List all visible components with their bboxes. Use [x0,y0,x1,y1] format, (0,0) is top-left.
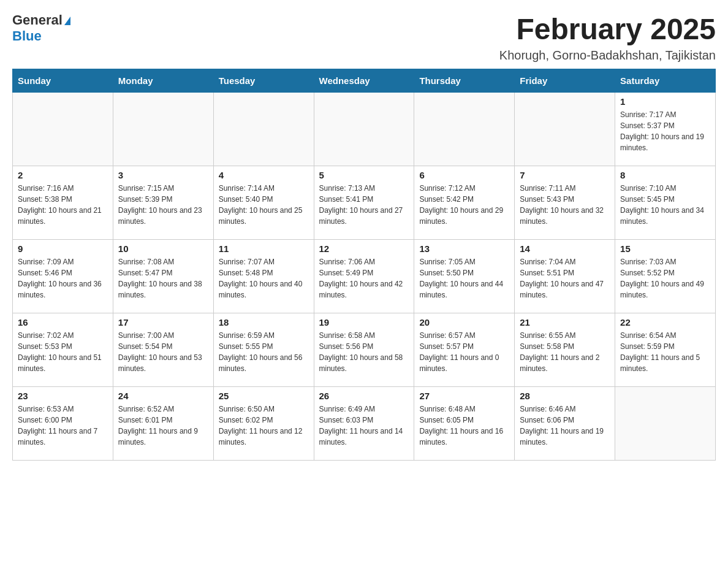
day-number: 24 [118,391,208,401]
table-row: 6Sunrise: 7:12 AMSunset: 5:42 PMDaylight… [414,166,515,240]
col-friday: Friday [515,69,615,93]
table-row: 10Sunrise: 7:08 AMSunset: 5:47 PMDayligh… [113,240,213,313]
day-number: 4 [219,170,309,180]
table-row: 5Sunrise: 7:13 AMSunset: 5:41 PMDaylight… [314,166,414,240]
calendar-week-row: 2Sunrise: 7:16 AMSunset: 5:38 PMDaylight… [13,166,716,240]
col-wednesday: Wednesday [314,69,414,93]
table-row: 26Sunrise: 6:49 AMSunset: 6:03 PMDayligh… [314,387,414,461]
day-number: 27 [419,391,509,401]
day-number: 8 [620,170,710,180]
day-number: 9 [18,243,108,254]
day-info: Sunrise: 7:06 AMSunset: 5:49 PMDaylight:… [319,256,409,301]
table-row: 8Sunrise: 7:10 AMSunset: 5:45 PMDaylight… [615,166,716,240]
table-row [414,93,515,166]
day-info: Sunrise: 7:00 AMSunset: 5:54 PMDaylight:… [118,330,208,374]
day-number: 10 [118,243,208,254]
day-number: 1 [620,96,710,107]
day-number: 20 [419,317,509,327]
table-row: 15Sunrise: 7:03 AMSunset: 5:52 PMDayligh… [615,240,716,313]
day-number: 21 [520,317,610,327]
day-info: Sunrise: 6:49 AMSunset: 6:03 PMDaylight:… [319,404,409,448]
table-row [13,93,113,166]
day-info: Sunrise: 7:05 AMSunset: 5:50 PMDaylight:… [419,256,509,301]
day-number: 12 [319,243,409,254]
table-row: 12Sunrise: 7:06 AMSunset: 5:49 PMDayligh… [314,240,414,313]
table-row: 1Sunrise: 7:17 AMSunset: 5:37 PMDaylight… [615,93,716,166]
day-number: 5 [319,170,409,180]
calendar-subtitle: Khorugh, Gorno-Badakhshan, Tajikistan [499,48,716,63]
table-row: 16Sunrise: 7:02 AMSunset: 5:53 PMDayligh… [13,313,113,387]
table-row: 25Sunrise: 6:50 AMSunset: 6:02 PMDayligh… [213,387,314,461]
table-row: 23Sunrise: 6:53 AMSunset: 6:00 PMDayligh… [13,387,113,461]
table-row [314,93,414,166]
table-row: 18Sunrise: 6:59 AMSunset: 5:55 PMDayligh… [213,313,314,387]
calendar-title: February 2025 [499,12,716,46]
day-number: 6 [419,170,509,180]
day-info: Sunrise: 7:16 AMSunset: 5:38 PMDaylight:… [18,183,108,227]
day-info: Sunrise: 7:13 AMSunset: 5:41 PMDaylight:… [319,183,409,227]
table-row: 9Sunrise: 7:09 AMSunset: 5:46 PMDaylight… [13,240,113,313]
table-row: 7Sunrise: 7:11 AMSunset: 5:43 PMDaylight… [515,166,615,240]
day-number: 19 [319,317,409,327]
logo-top: General [12,12,70,28]
day-info: Sunrise: 6:55 AMSunset: 5:58 PMDaylight:… [520,330,610,374]
logo-general-text: General [12,12,63,28]
table-row: 24Sunrise: 6:52 AMSunset: 6:01 PMDayligh… [113,387,213,461]
table-row: 21Sunrise: 6:55 AMSunset: 5:58 PMDayligh… [515,313,615,387]
day-number: 17 [118,317,208,327]
day-number: 26 [319,391,409,401]
day-info: Sunrise: 6:58 AMSunset: 5:56 PMDaylight:… [319,330,409,374]
day-info: Sunrise: 7:08 AMSunset: 5:47 PMDaylight:… [118,256,208,301]
table-row: 28Sunrise: 6:46 AMSunset: 6:06 PMDayligh… [515,387,615,461]
day-number: 18 [219,317,309,327]
day-number: 14 [520,243,610,254]
page-header: General Blue February 2025 Khorugh, Gorn… [12,12,716,63]
day-info: Sunrise: 6:48 AMSunset: 6:05 PMDaylight:… [419,404,509,448]
day-number: 7 [520,170,610,180]
day-info: Sunrise: 7:03 AMSunset: 5:52 PMDaylight:… [620,256,710,301]
calendar-week-row: 16Sunrise: 7:02 AMSunset: 5:53 PMDayligh… [13,313,716,387]
col-saturday: Saturday [615,69,716,93]
day-info: Sunrise: 6:54 AMSunset: 5:59 PMDaylight:… [620,330,710,374]
table-row: 22Sunrise: 6:54 AMSunset: 5:59 PMDayligh… [615,313,716,387]
title-block: February 2025 Khorugh, Gorno-Badakhshan,… [499,12,716,63]
day-info: Sunrise: 6:46 AMSunset: 6:06 PMDaylight:… [520,404,610,448]
day-number: 22 [620,317,710,327]
day-info: Sunrise: 7:11 AMSunset: 5:43 PMDaylight:… [520,183,610,227]
day-info: Sunrise: 6:52 AMSunset: 6:01 PMDaylight:… [118,404,208,448]
day-number: 25 [219,391,309,401]
day-number: 23 [18,391,108,401]
day-info: Sunrise: 7:17 AMSunset: 5:37 PMDaylight:… [620,109,710,153]
calendar-week-row: 1Sunrise: 7:17 AMSunset: 5:37 PMDaylight… [13,93,716,166]
table-row [515,93,615,166]
day-info: Sunrise: 6:50 AMSunset: 6:02 PMDaylight:… [219,404,309,448]
day-info: Sunrise: 6:59 AMSunset: 5:55 PMDaylight:… [219,330,309,374]
calendar-table: Sunday Monday Tuesday Wednesday Thursday… [12,69,716,461]
table-row [615,387,716,461]
calendar-header-row: Sunday Monday Tuesday Wednesday Thursday… [13,69,716,93]
logo: General Blue [12,12,70,44]
day-info: Sunrise: 7:02 AMSunset: 5:53 PMDaylight:… [18,330,108,374]
day-number: 2 [18,170,108,180]
col-sunday: Sunday [13,69,113,93]
table-row: 20Sunrise: 6:57 AMSunset: 5:57 PMDayligh… [414,313,515,387]
table-row: 17Sunrise: 7:00 AMSunset: 5:54 PMDayligh… [113,313,213,387]
table-row: 11Sunrise: 7:07 AMSunset: 5:48 PMDayligh… [213,240,314,313]
day-info: Sunrise: 6:53 AMSunset: 6:00 PMDaylight:… [18,404,108,448]
day-info: Sunrise: 7:12 AMSunset: 5:42 PMDaylight:… [419,183,509,227]
table-row: 13Sunrise: 7:05 AMSunset: 5:50 PMDayligh… [414,240,515,313]
logo-blue-text: Blue [12,28,42,44]
logo-triangle-icon [64,17,70,25]
day-info: Sunrise: 7:15 AMSunset: 5:39 PMDaylight:… [118,183,208,227]
calendar-week-row: 9Sunrise: 7:09 AMSunset: 5:46 PMDaylight… [13,240,716,313]
table-row: 27Sunrise: 6:48 AMSunset: 6:05 PMDayligh… [414,387,515,461]
day-number: 11 [219,243,309,254]
day-info: Sunrise: 7:14 AMSunset: 5:40 PMDaylight:… [219,183,309,227]
day-info: Sunrise: 7:04 AMSunset: 5:51 PMDaylight:… [520,256,610,301]
day-info: Sunrise: 7:10 AMSunset: 5:45 PMDaylight:… [620,183,710,227]
table-row: 19Sunrise: 6:58 AMSunset: 5:56 PMDayligh… [314,313,414,387]
table-row [113,93,213,166]
day-info: Sunrise: 7:09 AMSunset: 5:46 PMDaylight:… [18,256,108,301]
col-tuesday: Tuesday [213,69,314,93]
day-number: 15 [620,243,710,254]
